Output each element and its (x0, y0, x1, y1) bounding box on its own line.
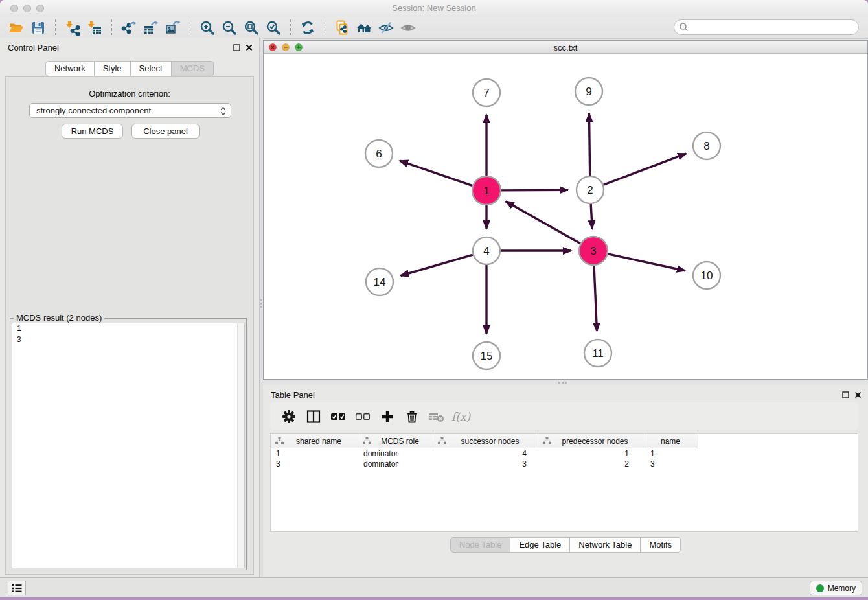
tab-style[interactable]: Style (95, 61, 131, 76)
table-cell[interactable]: 3 (271, 459, 358, 469)
table-panel-title: Table Panel (271, 390, 315, 400)
search-input[interactable] (690, 23, 858, 32)
import-table-icon[interactable] (84, 18, 106, 38)
zoom-in-icon[interactable] (196, 18, 218, 38)
toolbar-separator (325, 19, 325, 36)
delete-table-icon[interactable] (424, 405, 449, 428)
zoom-fit-icon[interactable] (240, 18, 262, 38)
criterion-select[interactable]: strongly connected component (29, 103, 231, 118)
zoom-out-icon[interactable] (218, 18, 240, 38)
mcds-result-list[interactable]: 13 (12, 323, 245, 568)
tab-motifs[interactable]: Motifs (641, 537, 681, 553)
graph-node-2[interactable]: 2 (577, 176, 604, 203)
network-view-frame: scc.txt 1234678910111415 (263, 40, 868, 380)
node-label: 3 (590, 245, 596, 257)
table-cell[interactable]: 2 (538, 459, 643, 469)
memory-label: Memory (828, 584, 856, 593)
graph-edge-1-2[interactable] (501, 190, 568, 190)
graph-node-15[interactable]: 15 (473, 342, 500, 369)
select-all-icon[interactable] (326, 405, 350, 428)
open-session-icon[interactable] (5, 18, 27, 38)
tab-network-table[interactable]: Network Table (570, 537, 641, 553)
tab-select[interactable]: Select (131, 61, 172, 76)
table-cell[interactable]: 3 (433, 459, 538, 469)
function-builder-icon[interactable]: f(x) (449, 405, 474, 428)
table-row[interactable]: 1dominator411 (271, 448, 858, 459)
network-frame-titlebar[interactable]: scc.txt (264, 41, 867, 54)
home-layout-icon[interactable] (353, 18, 375, 38)
column-header-predecessor-nodes[interactable]: predecessor nodes (538, 434, 643, 448)
graph-edge-2-9[interactable] (589, 113, 589, 176)
criterion-value: strongly connected component (36, 106, 151, 115)
column-header-mcds-role[interactable]: MCDS role (358, 434, 433, 448)
float-panel-icon[interactable] (842, 391, 849, 398)
network-graph[interactable]: 1234678910111415 (264, 54, 867, 379)
search-icon (678, 21, 690, 33)
graph-node-6[interactable]: 6 (365, 140, 393, 167)
node-label: 4 (483, 245, 489, 257)
refresh-view-icon[interactable] (297, 18, 319, 38)
float-panel-icon[interactable] (233, 44, 240, 51)
graph-node-4[interactable]: 4 (473, 237, 500, 264)
export-image-icon[interactable] (162, 18, 184, 38)
close-panel-icon[interactable] (854, 391, 862, 398)
graph-node-8[interactable]: 8 (693, 132, 720, 159)
result-scrollbar[interactable] (237, 323, 244, 568)
optimization-criterion-label: Optimization criterion: (6, 89, 253, 98)
memory-status-dot (816, 584, 824, 592)
table-cell[interactable]: 1 (271, 448, 358, 459)
node-label: 15 (481, 350, 493, 362)
graph-edge-3-10[interactable] (607, 254, 685, 271)
split-view-icon[interactable] (301, 405, 326, 428)
graph-node-9[interactable]: 9 (575, 78, 602, 105)
graph-node-3[interactable]: 3 (579, 237, 608, 265)
graph-node-7[interactable]: 7 (473, 79, 500, 106)
birdseye-icon[interactable] (397, 18, 419, 38)
column-header-name[interactable]: name (643, 434, 698, 448)
table-cell[interactable]: 3 (643, 459, 698, 469)
save-session-icon[interactable] (27, 18, 49, 38)
graph-edge-2-8[interactable] (604, 154, 687, 185)
horizontal-splitter[interactable] (263, 380, 868, 385)
graph-edge-3-11[interactable] (594, 265, 597, 331)
table-row[interactable]: 3dominator323 (271, 459, 858, 469)
close-panel-icon[interactable] (246, 44, 253, 51)
task-history-button[interactable] (8, 581, 26, 595)
column-header-shared-name[interactable]: shared name (271, 434, 358, 448)
hide-overlay-icon[interactable] (375, 18, 397, 38)
copy-network-icon[interactable] (331, 18, 353, 38)
table-cell[interactable]: 4 (433, 448, 538, 459)
delete-icon[interactable] (400, 405, 424, 428)
table-cell[interactable]: 1 (643, 448, 698, 459)
memory-button[interactable]: Memory (810, 581, 862, 595)
import-network-icon[interactable] (62, 18, 84, 38)
settings-icon[interactable] (277, 405, 301, 428)
column-header-successor-nodes[interactable]: successor nodes (433, 434, 538, 448)
graph-node-11[interactable]: 11 (584, 340, 611, 367)
tab-network[interactable]: Network (45, 61, 95, 76)
export-network-icon[interactable] (118, 18, 140, 38)
table-cell[interactable]: 1 (538, 448, 643, 459)
add-icon[interactable] (375, 405, 400, 428)
network-canvas[interactable]: 1234678910111415 (264, 54, 867, 379)
export-table-icon[interactable] (140, 18, 162, 38)
graph-edge-1-6[interactable] (400, 161, 473, 186)
close-panel-button[interactable]: Close panel (131, 124, 200, 139)
run-mcds-button[interactable]: Run MCDS (62, 124, 123, 139)
graph-edge-3-1[interactable] (506, 202, 581, 244)
table-cell[interactable]: dominator (358, 459, 433, 469)
deselect-all-icon[interactable] (350, 405, 375, 428)
table-cell[interactable]: dominator (358, 448, 433, 459)
graph-node-14[interactable]: 14 (366, 268, 393, 295)
tab-edge-table[interactable]: Edge Table (510, 537, 570, 553)
node-label: 9 (586, 86, 591, 98)
graph-edge-2-3[interactable] (591, 204, 592, 229)
graph-node-1[interactable]: 1 (472, 176, 501, 205)
node-label: 11 (592, 347, 604, 360)
tab-mcds[interactable]: MCDS (172, 61, 214, 76)
table-panel: Table Panel (263, 385, 868, 577)
zoom-selected-icon[interactable] (262, 18, 284, 38)
tab-node-table[interactable]: Node Table (450, 537, 511, 553)
graph-edge-4-14[interactable] (401, 255, 473, 275)
graph-node-10[interactable]: 10 (693, 262, 720, 289)
